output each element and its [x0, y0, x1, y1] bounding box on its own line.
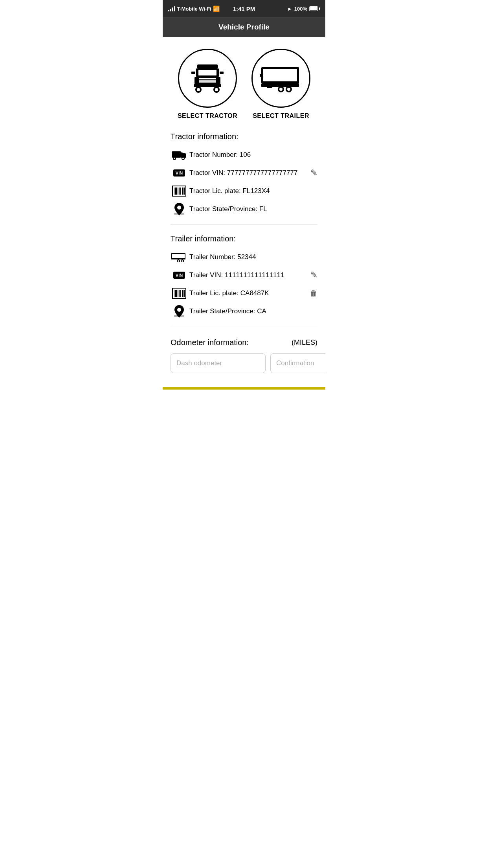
signal-icon: [168, 6, 175, 11]
svg-rect-26: [172, 151, 181, 158]
svg-rect-17: [263, 69, 297, 81]
svg-rect-11: [220, 72, 224, 74]
trailer-section-title: Trailer information:: [171, 234, 317, 243]
tractor-plate-row: Tractor Lic. plate: FL123X4: [171, 182, 317, 200]
svg-point-22: [287, 88, 290, 91]
trailer-plate-row: Trailer Lic. plate: CA8487K 🗑: [171, 284, 317, 302]
battery-percent: 100%: [294, 6, 307, 12]
svg-marker-27: [181, 152, 186, 158]
status-right: ► 100%: [287, 6, 320, 12]
dash-odometer-input[interactable]: [171, 353, 266, 373]
tractor-plate-label: Tractor Lic. plate: FL123X4: [189, 187, 317, 195]
barcode-icon-tractor: [171, 185, 188, 197]
trailer-number-row: Trailer Number: 52344: [171, 248, 317, 266]
trailer-plate-delete-button[interactable]: 🗑: [310, 289, 317, 298]
wifi-icon: 📶: [213, 6, 220, 12]
location-icon: ►: [287, 6, 292, 12]
svg-rect-10: [191, 72, 195, 74]
svg-point-40: [182, 260, 183, 262]
tractor-section-title: Tractor information:: [171, 132, 317, 141]
select-tractor-label: SELECT TRACTOR: [178, 112, 237, 120]
svg-rect-0: [197, 64, 218, 68]
vin-badge-tractor: VIN: [171, 167, 188, 179]
tractor-circle: [178, 49, 237, 108]
vehicle-selection-area: SELECT TRACTOR: [163, 37, 325, 126]
tractor-state-row: Tractor State/Province: FL: [171, 200, 317, 218]
svg-point-15: [215, 88, 218, 91]
tractor-state-label: Tractor State/Province: FL: [189, 205, 317, 213]
tractor-number-label: Tractor Number: 106: [189, 151, 317, 159]
map-pin-icon-tractor: [171, 203, 188, 215]
svg-point-13: [197, 88, 200, 91]
svg-point-32: [177, 206, 181, 210]
svg-point-31: [182, 158, 184, 159]
svg-point-41: [177, 308, 181, 312]
svg-rect-4: [199, 78, 216, 83]
svg-rect-33: [174, 213, 184, 215]
svg-rect-8: [194, 77, 198, 81]
svg-rect-23: [260, 74, 263, 77]
tractor-icon: [190, 61, 225, 96]
battery-icon: [309, 6, 320, 11]
status-left: T-Mobile Wi-Fi 📶: [168, 6, 220, 12]
trailer-info-section: Trailer information: Trailer Number: 523…: [163, 228, 325, 324]
trailer-circle: [251, 49, 310, 108]
section-divider-1: [171, 224, 317, 225]
svg-point-20: [279, 88, 283, 91]
odometer-inputs-area: [171, 353, 317, 373]
trailer-small-icon: [171, 251, 188, 263]
status-bar: T-Mobile Wi-Fi 📶 1:41 PM ► 100%: [163, 0, 325, 17]
trailer-vin-label: Trailer VIN: 1111111111111111: [189, 271, 317, 279]
svg-rect-25: [267, 87, 272, 88]
carrier-label: T-Mobile Wi-Fi: [177, 6, 211, 12]
trailer-vin-row: VIN Trailer VIN: 1111111111111111 ✎: [171, 266, 317, 284]
select-tractor-button[interactable]: SELECT TRACTOR: [178, 49, 237, 120]
confirmation-odometer-input[interactable]: [270, 353, 325, 373]
trailer-state-label: Trailer State/Province: CA: [189, 307, 317, 315]
svg-rect-36: [171, 258, 185, 259]
svg-point-38: [178, 260, 179, 262]
odometer-unit: (MILES): [292, 338, 317, 347]
vin-badge-trailer: VIN: [171, 269, 188, 281]
trailer-vin-edit-button[interactable]: ✎: [310, 270, 317, 280]
trailer-icon: [259, 63, 303, 94]
map-pin-icon-trailer: [171, 305, 188, 318]
odometer-section: Odometer information: (MILES): [163, 330, 325, 379]
tractor-vin-row: VIN Tractor VIN: 7777777777777777777 ✎: [171, 164, 317, 182]
bottom-accent-bar: [163, 387, 325, 390]
truck-icon: [171, 149, 188, 161]
select-trailer-label: SELECT TRAILER: [253, 112, 309, 120]
tractor-vin-label: Tractor VIN: 7777777777777777777: [189, 169, 317, 177]
status-time: 1:41 PM: [233, 6, 255, 12]
svg-rect-35: [172, 254, 185, 258]
trailer-plate-label: Trailer Lic. plate: CA8487K: [189, 289, 317, 297]
odometer-title: Odometer information:: [171, 338, 249, 347]
tractor-number-row: Tractor Number: 106: [171, 146, 317, 164]
barcode-icon-trailer: [171, 287, 188, 300]
select-trailer-button[interactable]: SELECT TRAILER: [251, 49, 310, 120]
page-title: Vehicle Profile: [218, 23, 270, 31]
tractor-info-section: Tractor information: Tractor Number: 106…: [163, 126, 325, 221]
trailer-number-label: Trailer Number: 52344: [189, 253, 317, 261]
page-header: Vehicle Profile: [163, 17, 325, 37]
svg-point-29: [174, 158, 175, 159]
svg-rect-2: [198, 70, 216, 75]
tractor-vin-edit-button[interactable]: ✎: [310, 168, 317, 178]
section-divider-2: [171, 327, 317, 327]
trailer-state-row: Trailer State/Province: CA: [171, 302, 317, 320]
odometer-header: Odometer information: (MILES): [171, 338, 317, 347]
svg-rect-9: [216, 77, 220, 81]
svg-rect-42: [174, 315, 184, 317]
